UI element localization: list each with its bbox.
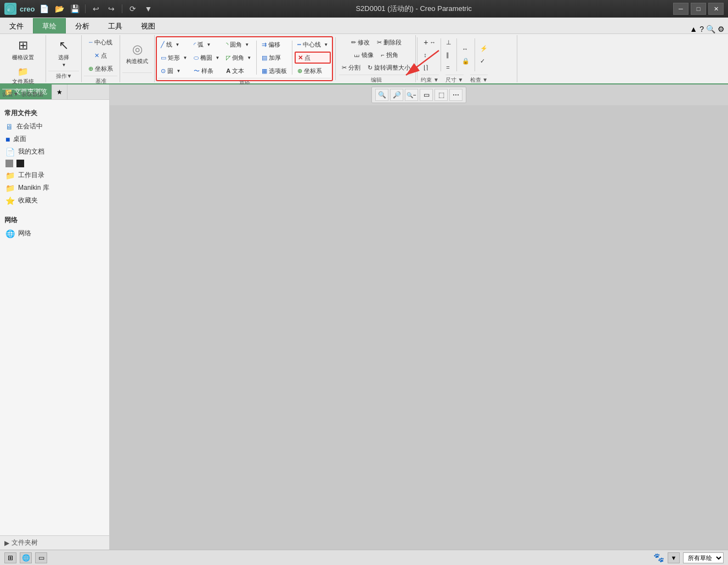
redo-btn[interactable]: ↪ (105, 3, 117, 15)
grid-toggle-btn[interactable]: ⊞ (4, 552, 16, 563)
ops-label[interactable]: 操作▼ (56, 73, 72, 79)
zoom-in-btn[interactable]: 🔎 (390, 89, 403, 101)
arc-dropdown[interactable]: ▼ (206, 42, 211, 47)
circle-dropdown[interactable]: ▼ (176, 69, 180, 74)
new-file-btn[interactable]: 📄 (38, 3, 50, 15)
rotate-resize-btn[interactable]: ↻ 旋转调整大小 (365, 61, 413, 74)
chamfer-btn[interactable]: ◸ 倒角 ▼ (223, 52, 254, 64)
sidebar-item-documents[interactable]: 📄 我的文档 (4, 145, 105, 158)
equal-btn[interactable]: = (443, 61, 454, 74)
zoom-window-btn[interactable]: ▭ (420, 89, 433, 101)
circle-btn[interactable]: ⊙ 圆 ▼ (158, 65, 190, 77)
point-base-btn[interactable]: ✕ 点 (92, 49, 110, 61)
perimeter-btn[interactable]: ⌊⌉ (421, 61, 438, 74)
mirror-btn[interactable]: ⧢ 镜像 (351, 49, 376, 61)
more-btn[interactable]: ▼ (142, 3, 154, 15)
chamfer-dropdown[interactable]: ▼ (247, 55, 251, 60)
parallel-icon: ∥ (446, 52, 449, 59)
sidebar-item-workdir[interactable]: 📁 工作目录 (4, 169, 105, 182)
status-arrow-btn[interactable]: ▼ (668, 552, 680, 563)
centerline-base-btn[interactable]: ┄ 中心线 (86, 36, 115, 48)
split-btn[interactable]: ✂ 分割 (339, 61, 363, 74)
check-btn[interactable]: ✓ (477, 55, 490, 67)
help-btn[interactable]: ? (699, 25, 704, 33)
ref-dim-btn[interactable]: ↕ (421, 49, 438, 61)
zoom-out-btn[interactable]: 🔍− (405, 89, 418, 101)
parallel-btn[interactable]: ∥ (443, 49, 454, 61)
arc-btn[interactable]: ◜ 弧 ▼ (191, 38, 222, 50)
tab-analysis[interactable]: 分析 (66, 18, 99, 33)
minimize-btn[interactable]: ─ (673, 3, 689, 15)
fillet-btn[interactable]: ◝ 圆角 ▼ (223, 38, 254, 50)
search-btn[interactable]: 🔍 (706, 25, 715, 33)
rectangle-btn[interactable]: ▭ 矩形 ▼ (158, 52, 190, 64)
tab-view[interactable]: 视图 (132, 18, 165, 33)
scale-btn[interactable]: ↔ (459, 43, 472, 55)
tab-tools[interactable]: 工具 (99, 18, 132, 33)
sketch-filter-select[interactable]: 所有草绘 (683, 552, 724, 563)
construction-mode-btn[interactable]: ◎ 构造模式 (122, 40, 152, 67)
tab-file[interactable]: 文件 (0, 18, 33, 33)
palette-btn[interactable]: ▦ 选项板 (259, 65, 290, 77)
line-dropdown[interactable]: ▼ (175, 42, 179, 47)
delete-seg-btn[interactable]: ✂ 删除段 (374, 36, 404, 48)
highlight-btn[interactable]: ⚡ (477, 43, 490, 55)
point-sketch-btn[interactable]: ✕ 点 (295, 52, 331, 64)
split-icon: ✂ (342, 64, 347, 71)
undo-btn[interactable]: ↩ (90, 3, 102, 15)
status-right: 🐾 ▼ 所有草绘 (653, 552, 724, 563)
line-btn[interactable]: ╱ 线 ▼ (158, 38, 190, 50)
edit-row1: ✏ 修改 ✂ 删除段 (348, 36, 404, 48)
sidebar-item-session[interactable]: 🖥 在会话中 (4, 120, 105, 133)
spline-btn[interactable]: 〜 样条 (191, 65, 222, 77)
file-system-btn[interactable]: 📁 文件系统 (8, 64, 38, 88)
refit-btn[interactable]: ⬚ (434, 89, 448, 101)
grid-status-icon: ⊞ (8, 554, 13, 562)
close-btn[interactable]: ✕ (708, 3, 724, 15)
sidebar-tab-favorites[interactable]: ★ (52, 84, 67, 99)
sketch-col-5: ┅ 中心线 ▼ ✕ 点 ⊕ 坐标系 (295, 38, 331, 77)
tab-sketch[interactable]: 草绘 (33, 18, 66, 33)
regenerate-btn[interactable]: ⟳ (127, 3, 139, 15)
ribbon-expand-btn[interactable]: ▲ (690, 25, 697, 33)
select-btn[interactable]: ↖ 选择 ▼ (52, 36, 76, 70)
network-icon: 🌐 (5, 229, 15, 238)
modify-btn[interactable]: ✏ 修改 (348, 36, 373, 48)
save-btn[interactable]: 💾 (69, 3, 81, 15)
rectangle-dropdown[interactable]: ▼ (183, 55, 187, 60)
coordinate-base-btn[interactable]: ⊕ 坐标系 (86, 63, 116, 75)
fillet-dropdown[interactable]: ▼ (245, 42, 249, 47)
qa-sep1 (85, 4, 86, 13)
globe-btn[interactable]: 🌐 (20, 552, 32, 563)
add-dim-btn[interactable]: + ↔ (421, 36, 438, 48)
sidebar-item-favorites[interactable]: ⭐ 收藏夹 (4, 194, 105, 207)
centerline-sketch-btn[interactable]: ┅ 中心线 ▼ (295, 38, 331, 50)
sidebar-item-black[interactable] (4, 158, 105, 169)
getdata-label[interactable]: 获取数据 (21, 91, 43, 97)
sidebar-footer-filetree[interactable]: ▶ 文件夹树 (0, 535, 109, 550)
sidebar-item-manikin[interactable]: 📁 Manikin 库 (4, 182, 105, 194)
corner-btn[interactable]: ⌐ 拐角 (378, 49, 400, 61)
open-file-btn[interactable]: 📂 (53, 3, 65, 15)
thicken-btn[interactable]: ▤ 加厚 (259, 52, 290, 64)
coordsys-sketch-btn[interactable]: ⊕ 坐标系 (295, 65, 331, 77)
grid-settings-btn[interactable]: ⊞ 栅格设置 (7, 36, 39, 64)
sketch-sep2 (292, 41, 292, 75)
sidebar-item-desktop[interactable]: ■ 桌面 (4, 133, 105, 145)
select-dropdown[interactable]: ▼ (62, 63, 66, 67)
text-btn[interactable]: A 文本 (223, 65, 254, 77)
offset-btn[interactable]: ⇉ 偏移 (259, 38, 290, 50)
setup-label[interactable]: 设置▼ (2, 91, 19, 97)
lock-btn[interactable]: 🔒 (459, 55, 472, 67)
ellipse-btn[interactable]: ⬭ 椭圆 ▼ (191, 52, 222, 64)
zoom-fit-btn[interactable]: 🔍 (375, 89, 388, 101)
settings-btn[interactable]: ⚙ (718, 25, 725, 33)
sidebar-item-network[interactable]: 🌐 网络 (4, 227, 105, 240)
more-canvas-btn[interactable]: ⋯ (449, 89, 462, 101)
constraint-btn[interactable]: ⊥ (443, 36, 454, 48)
rect-btn[interactable]: ▭ (35, 552, 47, 563)
maximize-btn[interactable]: □ (691, 3, 706, 15)
sketch-group-highlighted: ╱ 线 ▼ ▭ 矩形 ▼ ⊙ 圆 ▼ (156, 36, 333, 81)
centerline-dropdown[interactable]: ▼ (324, 42, 328, 47)
ellipse-dropdown[interactable]: ▼ (215, 55, 219, 60)
